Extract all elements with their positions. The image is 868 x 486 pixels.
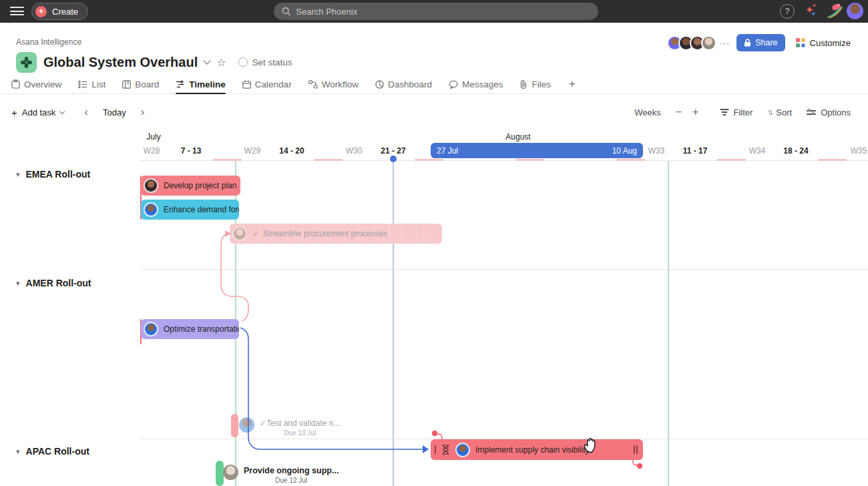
add-task-dropdown-chevron-icon[interactable]: [59, 108, 65, 113]
favorite-star-icon[interactable]: ☆: [216, 56, 226, 69]
customize-label: Customize: [810, 38, 851, 48]
weekend-strip: [717, 159, 746, 161]
tab-board[interactable]: Board: [122, 75, 159, 93]
week-number: W34: [749, 146, 766, 156]
task-bar-enhance-demand-forecasting[interactable]: Enhance demand fore: [141, 200, 239, 220]
title-dropdown-chevron-icon[interactable]: [204, 57, 211, 64]
share-label: Share: [755, 38, 777, 47]
add-task-button[interactable]: + Add task: [11, 107, 64, 118]
today-marker-dot: [390, 156, 397, 162]
filter-button[interactable]: Filter: [720, 107, 752, 117]
sort-button[interactable]: ↑↓ Sort: [767, 107, 792, 117]
week-number: W30: [346, 146, 363, 156]
weekend-strip: [213, 159, 242, 161]
project-title-row: Global System Overhaul ☆ Set status: [16, 51, 292, 73]
phoenix-mascot-icon[interactable]: [825, 3, 843, 20]
section-apac[interactable]: ▾ APAC Roll-out: [16, 446, 89, 457]
tab-overview[interactable]: Overview: [11, 75, 61, 93]
task-bar-implement-supply-chain-visibility[interactable]: Implement supply chain visibility: [431, 439, 643, 460]
today-button[interactable]: Today: [99, 107, 130, 117]
lock-icon: [744, 39, 751, 47]
task-bar-optimize-transportation[interactable]: Optimize transportatio: [141, 319, 239, 339]
hamburger-menu-icon[interactable]: [10, 7, 24, 15]
task-bar-develop-project-plan[interactable]: Develop project plan: [141, 176, 240, 196]
weekend-strip: [616, 159, 645, 161]
task-bar-streamline-procurement[interactable]: ✓ Streamline procurement processes: [230, 224, 442, 244]
tab-messages[interactable]: Messages: [449, 75, 503, 93]
search-bar[interactable]: [274, 3, 598, 20]
week-range[interactable]: 18 - 24: [783, 146, 808, 156]
due-date: Due 12 Jul: [244, 477, 339, 484]
timeline-toolbar: + Add task ‹ Today › Weeks − + Filter ↑↓…: [0, 100, 868, 124]
project-tabs: Overview List Board Timeline Calendar Wo…: [0, 75, 868, 94]
section-emea[interactable]: ▾ EMEA Roll-out: [16, 169, 90, 180]
next-period-button[interactable]: ›: [134, 105, 152, 119]
tab-files[interactable]: Files: [519, 75, 551, 93]
dependency-handle-dot[interactable]: [637, 463, 642, 469]
avatar-overflow-ellipsis[interactable]: ···: [719, 38, 730, 48]
check-icon: ✓: [260, 419, 266, 427]
page-title: Global System Overhaul: [43, 55, 198, 70]
paperclip-icon: [519, 80, 527, 89]
search-icon: [282, 7, 290, 16]
collapse-caret-icon[interactable]: ▾: [16, 447, 20, 456]
zoom-in-button[interactable]: +: [692, 106, 698, 118]
week-range[interactable]: 11 - 17: [683, 146, 708, 156]
week-number: W33: [648, 146, 665, 156]
avatar: [223, 465, 238, 480]
due-date: Due 13 Jul: [260, 429, 340, 437]
list-icon: [78, 80, 87, 89]
selection-end-date: 10 Aug: [612, 146, 637, 156]
date-range-selection-bar[interactable]: 27 Jul 10 Aug: [431, 143, 643, 158]
help-button[interactable]: ?: [780, 4, 795, 19]
task-label-test-and-validate[interactable]: ✓ Test and validate n... Due 13 Jul: [239, 417, 340, 437]
week-number: W29: [244, 146, 261, 156]
check-icon: ✓: [252, 229, 259, 238]
customize-button[interactable]: Customize: [796, 38, 851, 48]
week-range[interactable]: 7 - 13: [181, 146, 202, 156]
breadcrumb[interactable]: Asana Intelligence: [16, 37, 81, 47]
tab-workflow[interactable]: Workflow: [308, 75, 359, 93]
user-avatar[interactable]: [847, 3, 863, 19]
collapse-caret-icon[interactable]: ▾: [16, 279, 20, 288]
avatar: [144, 178, 158, 193]
zoom-level-select[interactable]: Weeks: [634, 107, 661, 117]
add-tab-button[interactable]: +: [569, 77, 576, 91]
dependency-handle-dot[interactable]: [432, 431, 437, 436]
tab-list[interactable]: List: [78, 75, 105, 93]
search-input[interactable]: [296, 7, 590, 17]
hourglass-icon: [441, 445, 450, 455]
workflow-icon: [308, 80, 318, 89]
tab-dashboard[interactable]: Dashboard: [375, 75, 432, 93]
board-icon: [122, 80, 131, 89]
avatar: [455, 443, 470, 457]
task-pill-test-and-validate[interactable]: [231, 414, 238, 437]
weekend-strip: [818, 159, 847, 161]
collapse-caret-icon[interactable]: ▾: [16, 170, 20, 179]
section-amer[interactable]: ▾ AMER Roll-out: [16, 278, 91, 288]
member-avatar-stack[interactable]: ···: [667, 35, 730, 51]
zoom-out-button[interactable]: −: [676, 106, 682, 118]
share-button[interactable]: Share: [736, 34, 785, 51]
task-label-provide-ongoing-support[interactable]: Provide ongoing supp... Due 12 Jul: [223, 465, 339, 484]
prev-period-button[interactable]: ‹: [77, 105, 95, 119]
customize-grid-icon: [796, 38, 805, 47]
project-icon[interactable]: [16, 52, 37, 73]
avatar[interactable]: [701, 35, 716, 51]
avatar: [144, 202, 158, 217]
tab-calendar[interactable]: Calendar: [242, 75, 292, 93]
left-drag-handle[interactable]: [435, 445, 436, 454]
header-divider: [141, 160, 868, 161]
week-range[interactable]: 14 - 20: [279, 146, 304, 156]
plus-icon: +: [11, 107, 17, 118]
sliders-icon: [807, 109, 816, 115]
set-status-button[interactable]: Set status: [238, 57, 292, 67]
plus-icon: +: [35, 6, 47, 17]
week-range[interactable]: 21 - 27: [381, 146, 405, 156]
avatar: [144, 322, 158, 336]
create-button[interactable]: + Create: [31, 3, 88, 20]
right-drag-handle[interactable]: [634, 445, 635, 454]
ai-sparkles-icon[interactable]: ✦ ✦ ✦: [803, 3, 820, 20]
tab-timeline[interactable]: Timeline: [176, 75, 226, 93]
options-button[interactable]: Options: [807, 107, 851, 117]
